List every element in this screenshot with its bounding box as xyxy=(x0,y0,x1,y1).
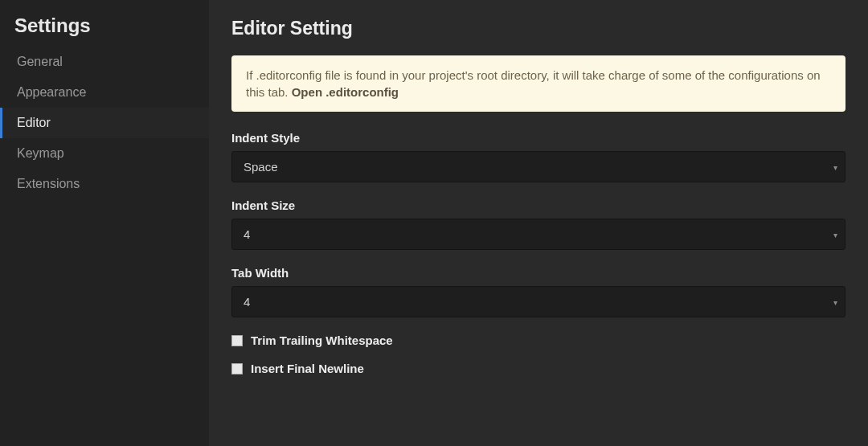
indent-size-field: Indent Size 4 ▾ xyxy=(231,198,845,250)
page-title: Editor Setting xyxy=(231,18,845,39)
sidebar-item-appearance[interactable]: Appearance xyxy=(0,77,209,108)
sidebar-item-extensions[interactable]: Extensions xyxy=(0,169,209,199)
sidebar-item-keymap[interactable]: Keymap xyxy=(0,138,209,169)
open-editorconfig-link[interactable]: Open .editorconfig xyxy=(292,85,399,99)
trim-trailing-label[interactable]: Trim Trailing Whitespace xyxy=(251,333,393,347)
settings-sidebar: Settings General Appearance Editor Keyma… xyxy=(0,0,209,446)
trim-trailing-row: Trim Trailing Whitespace xyxy=(231,333,845,347)
editorconfig-notice: If .editorconfig file is found in your p… xyxy=(231,55,845,112)
indent-style-label: Indent Style xyxy=(231,131,845,145)
tab-width-select[interactable]: 4 xyxy=(231,286,845,317)
trim-trailing-checkbox[interactable] xyxy=(231,335,243,346)
indent-size-label: Indent Size xyxy=(231,198,845,212)
tab-width-field: Tab Width 4 ▾ xyxy=(231,266,845,317)
insert-newline-checkbox[interactable] xyxy=(231,363,243,374)
indent-size-select[interactable]: 4 xyxy=(231,219,845,250)
sidebar-title: Settings xyxy=(0,14,209,47)
sidebar-item-general[interactable]: General xyxy=(0,47,209,77)
main-panel: Editor Setting If .editorconfig file is … xyxy=(209,0,868,446)
insert-newline-label[interactable]: Insert Final Newline xyxy=(251,362,364,375)
indent-style-field: Indent Style Space ▾ xyxy=(231,131,845,182)
indent-style-select[interactable]: Space xyxy=(231,151,845,182)
insert-newline-row: Insert Final Newline xyxy=(231,362,845,375)
tab-width-label: Tab Width xyxy=(231,266,845,280)
sidebar-item-editor[interactable]: Editor xyxy=(0,108,209,138)
